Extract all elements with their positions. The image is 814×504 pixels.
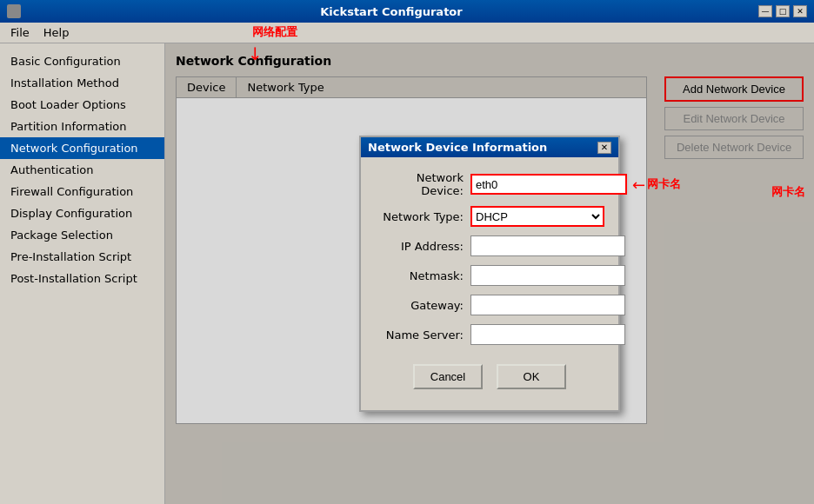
name-server-label: Name Server:	[375, 328, 470, 342]
netmask-row: Netmask:	[375, 265, 604, 286]
netmask-input[interactable]	[470, 265, 625, 286]
sidebar-item-authentication[interactable]: Authentication	[0, 159, 164, 181]
main-layout: Basic Configuration Installation Method …	[0, 43, 814, 504]
nic-arrow-icon: ←	[632, 176, 645, 194]
ok-button[interactable]: OK	[497, 364, 566, 389]
gateway-input[interactable]	[470, 295, 625, 315]
network-type-row: Network Type: DHCP Static BOOTP	[375, 206, 604, 227]
window-title: Kickstart Configurator	[24, 5, 758, 18]
sidebar-item-firewall-config[interactable]: Firewall Configuration	[0, 181, 164, 202]
help-menu[interactable]: Help	[37, 24, 77, 41]
network-type-label: Network Type:	[375, 210, 470, 223]
ip-address-row: IP Address:	[375, 235, 604, 256]
menubar: File Help	[0, 23, 814, 43]
maximize-button[interactable]: □	[776, 5, 790, 17]
sidebar: Basic Configuration Installation Method …	[0, 43, 165, 504]
file-menu[interactable]: File	[3, 24, 37, 41]
titlebar-controls: — □ ✕	[758, 5, 807, 17]
cancel-button[interactable]: Cancel	[413, 364, 483, 389]
content-area: Network Configuration Device Network Typ…	[165, 43, 814, 504]
sidebar-item-post-install[interactable]: Post-Installation Script	[0, 268, 164, 289]
modal-body: Network Device: ← 网卡名 Network Type: DHCP…	[361, 157, 618, 410]
app-icon	[7, 4, 21, 18]
titlebar: Kickstart Configurator — □ ✕	[0, 0, 814, 23]
modal-title: Network Device Information	[368, 141, 547, 154]
gateway-label: Gateway:	[375, 299, 470, 312]
modal-buttons: Cancel OK	[375, 354, 604, 396]
modal-titlebar: Network Device Information ✕	[361, 137, 618, 157]
sidebar-item-install-method[interactable]: Installation Method	[0, 72, 164, 94]
ip-address-label: IP Address:	[375, 240, 470, 253]
netmask-label: Netmask:	[375, 269, 470, 282]
sidebar-item-pre-install[interactable]: Pre-Installation Script	[0, 246, 164, 268]
network-device-dialog: Network Device Information ✕ Network Dev…	[359, 136, 620, 412]
nic-label-annotation: 网卡名	[647, 176, 681, 192]
sidebar-item-display-config[interactable]: Display Configuration	[0, 202, 164, 224]
modal-overlay: Network Device Information ✕ Network Dev…	[165, 43, 814, 504]
close-button[interactable]: ✕	[793, 5, 807, 17]
network-type-select[interactable]: DHCP Static BOOTP	[470, 206, 604, 227]
sidebar-item-partition-info[interactable]: Partition Information	[0, 116, 164, 137]
sidebar-item-boot-loader[interactable]: Boot Loader Options	[0, 94, 164, 116]
ip-address-input[interactable]	[470, 235, 625, 256]
sidebar-item-package-select[interactable]: Package Selection	[0, 224, 164, 246]
sidebar-item-basic-config[interactable]: Basic Configuration	[0, 50, 164, 72]
name-server-input[interactable]	[470, 324, 625, 345]
name-server-row: Name Server:	[375, 324, 604, 345]
network-device-label: Network Device:	[375, 171, 470, 197]
modal-close-button[interactable]: ✕	[597, 142, 611, 154]
minimize-button[interactable]: —	[758, 5, 772, 17]
network-device-input[interactable]	[470, 174, 627, 195]
sidebar-item-network-config[interactable]: Network Configuration	[0, 137, 164, 159]
gateway-row: Gateway:	[375, 295, 604, 315]
network-device-row: Network Device: ← 网卡名	[375, 171, 604, 197]
